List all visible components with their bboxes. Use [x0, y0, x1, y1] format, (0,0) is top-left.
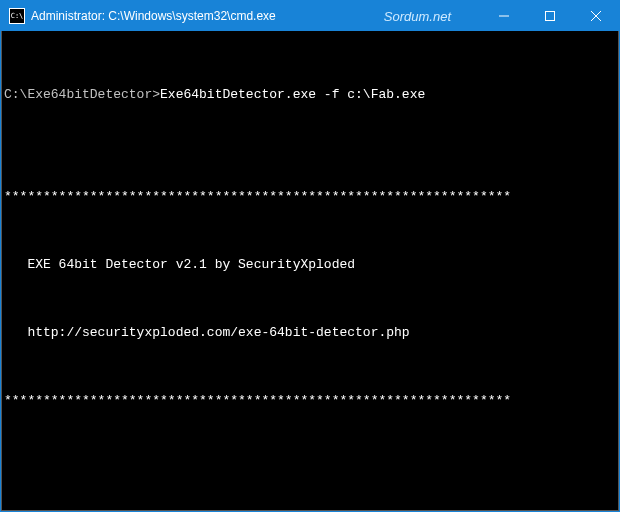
minimize-icon — [499, 11, 509, 21]
terminal[interactable]: C:\Exe64bitDetector>Exe64bitDetector.exe… — [1, 31, 619, 511]
watermark-text: Sordum.net — [384, 9, 451, 24]
svg-rect-1 — [546, 12, 555, 21]
terminal-line — [4, 52, 616, 69]
titlebar[interactable]: C:\ Administrator: C:\Windows\system32\c… — [1, 1, 619, 31]
terminal-line — [4, 154, 616, 171]
prompt-line: C:\Exe64bitDetector>Exe64bitDetector.exe… — [4, 86, 616, 103]
terminal-line — [4, 290, 616, 307]
terminal-line — [4, 358, 616, 375]
close-button[interactable] — [573, 1, 619, 31]
maximize-icon — [545, 11, 555, 21]
window-controls — [481, 1, 619, 31]
window-title: Administrator: C:\Windows\system32\cmd.e… — [31, 9, 276, 23]
close-icon — [591, 11, 601, 21]
cmd-icon-label: C:\ — [11, 12, 24, 20]
terminal-line — [4, 120, 616, 137]
prompt-path: C:\Exe64bitDetector> — [4, 87, 160, 102]
terminal-line — [4, 460, 616, 477]
terminal-line — [4, 222, 616, 239]
banner-title: EXE 64bit Detector v2.1 by SecurityXplod… — [4, 256, 616, 273]
divider-rule: ****************************************… — [4, 392, 616, 409]
banner-url: http://securityxploded.com/exe-64bit-det… — [4, 324, 616, 341]
divider-rule: ****************************************… — [4, 188, 616, 205]
terminal-line — [4, 494, 616, 511]
cmd-icon: C:\ — [9, 8, 25, 24]
terminal-line — [4, 426, 616, 443]
maximize-button[interactable] — [527, 1, 573, 31]
minimize-button[interactable] — [481, 1, 527, 31]
command-text: Exe64bitDetector.exe -f c:\Fab.exe — [160, 87, 425, 102]
